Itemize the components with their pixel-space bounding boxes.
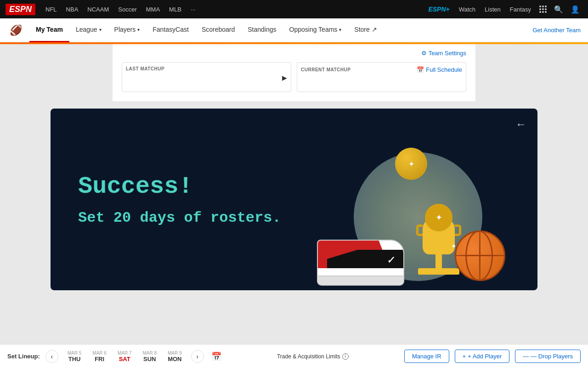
nav-soccer[interactable]: Soccer [113,0,141,18]
matchup-section: LAST MATCHUP ▶ CURRENT MATCHUP 📅 Full Sc… [122,62,466,92]
lineup-bar: Set Lineup: ‹ MAR 5 THU MAR 6 FRI MAR 7 … [0,344,588,368]
sec-nav-league[interactable]: League ▾ [69,18,108,42]
sneaker-body: ✓ [317,240,404,286]
basketball-curve [465,230,493,281]
sec-nav-my-team[interactable]: My Team [29,18,69,42]
nav-mlb[interactable]: MLB [164,0,186,18]
chevron-down-icon: ▾ [99,27,102,32]
success-illustration: ✓ [308,134,519,290]
lineup-date-thu[interactable]: MAR 5 THU [64,350,85,363]
swoosh-icon: ✓ [386,254,395,265]
date-day-sun: SUN [143,356,156,362]
team-logo-icon: 🏈 [7,22,24,39]
lineup-date-sat[interactable]: MAR 7 SAT [114,350,136,363]
espn-plus[interactable]: ESPN+ [428,6,449,13]
listen-link[interactable]: Listen [481,6,504,13]
lineup-prev-button[interactable]: ‹ [45,350,58,363]
chevron-down-icon: ▾ [339,27,341,32]
full-schedule-link[interactable]: 📅 Full Schedule [417,66,462,73]
manage-ir-button[interactable]: Manage IR [404,350,449,363]
nav-nba[interactable]: NBA [62,0,83,18]
plus-icon: + [463,353,466,360]
team-settings-link[interactable]: ⚙ Team Settings [421,50,466,57]
sec-nav-players[interactable]: Players ▾ [108,18,147,42]
top-nav: ESPN NFL NBA NCAAM Soccer MMA MLB ··· ES… [0,0,588,18]
success-title: Success! [78,173,281,200]
sec-nav-store[interactable]: Store ↗ [348,18,383,42]
lineup-date-fri[interactable]: MAR 6 FRI [89,350,110,363]
date-month-thu: MAR 5 [68,351,82,356]
team-card: ⚙ Team Settings LAST MATCHUP ▶ CURRENT M… [113,44,475,101]
info-icon[interactable]: i [342,353,349,360]
small-trophy-ball [395,148,427,180]
sneaker-illustration: ✓ [317,221,404,286]
lineup-nav: ‹ [45,350,58,363]
top-nav-right: ESPN+ Watch Listen Fantasy 🔍 👤 [428,5,582,14]
current-matchup-box: CURRENT MATCHUP 📅 Full Schedule [297,62,466,92]
lineup-bar-center: Trade & Acquisition Limits i [227,353,399,360]
last-matchup-box: LAST MATCHUP ▶ [122,62,291,92]
page-wrapper: ESPN NFL NBA NCAAM Soccer MMA MLB ··· ES… [0,0,588,325]
success-banner: Success! Set 20 days of rosters. ← [51,109,537,290]
date-month-mon: MAR 9 [168,351,182,356]
lineup-next-button[interactable]: › [191,350,204,363]
success-subtitle: Set 20 days of rosters. [78,209,281,226]
fantasy-link[interactable]: Fantasy [506,6,535,13]
calendar-picker-icon[interactable]: 📅 [211,351,221,362]
nav-more[interactable]: ··· [186,0,200,18]
drop-players-button[interactable]: — — Drop Players [515,350,581,363]
lineup-dates: MAR 5 THU MAR 6 FRI MAR 7 SAT MAR 8 SUN … [64,350,186,363]
nav-mma[interactable]: MMA [141,0,164,18]
date-day-sat: SAT [119,356,130,362]
date-day-fri: FRI [95,356,104,362]
add-player-button[interactable]: + + Add Player [455,350,510,363]
chevron-down-icon: ▾ [137,27,140,32]
sec-nav-fantasycast[interactable]: FantasyCast [146,18,195,42]
trophy-handle-left [416,224,423,236]
trophy-base [418,268,459,275]
success-text-area: Success! Set 20 days of rosters. [78,173,281,226]
calendar-icon: 📅 [417,66,424,73]
trade-limits: Trade & Acquisition Limits i [277,353,349,360]
nav-nfl[interactable]: NFL [41,0,62,18]
lineup-date-mon[interactable]: MAR 9 MON [164,350,186,363]
trophy-stem [435,254,442,268]
set-lineup-label: Set Lineup: [7,353,40,360]
sec-nav-scoreboard[interactable]: Scoreboard [195,18,241,42]
current-matchup-label: CURRENT MATCHUP [301,67,351,72]
date-month-sat: MAR 7 [118,351,132,356]
nav-ncaam[interactable]: NCAAM [83,0,113,18]
sec-nav-standings[interactable]: Standings [241,18,283,42]
lineup-nav-right: › [191,350,204,363]
matchup-arrow: ▶ [126,74,287,81]
trophy-cup [423,218,455,254]
user-icon[interactable]: 👤 [568,5,582,14]
secondary-nav: 🏈 My Team League ▾ Players ▾ FantasyCast… [0,18,588,42]
date-day-mon: MON [168,356,181,362]
gear-icon: ⚙ [421,50,427,57]
trophy-handle-right [455,224,461,236]
date-month-sun: MAR 8 [142,351,157,356]
top-nav-links: NFL NBA NCAAM Soccer MMA MLB ··· [41,0,426,18]
sec-nav-links: My Team League ▾ Players ▾ FantasyCast S… [29,18,384,42]
trophy-handles [416,222,461,241]
sec-nav-opposing-teams[interactable]: Opposing Teams ▾ [283,18,348,42]
back-arrow-button[interactable]: ← [515,118,526,131]
get-another-team-link[interactable]: Get Another Team [532,27,581,34]
trophy-illustration [418,218,459,276]
espn-logo[interactable]: ESPN [6,4,35,15]
minus-icon: — [523,353,529,360]
grid-icon[interactable] [539,6,547,13]
main-content: ⚙ Team Settings LAST MATCHUP ▶ CURRENT M… [0,44,588,290]
date-day-thu: THU [68,356,81,362]
sneaker-sole [318,276,403,285]
last-matchup-label: LAST MATCHUP [126,66,287,71]
watch-link[interactable]: Watch [455,6,479,13]
lineup-date-sun[interactable]: MAR 8 SUN [139,350,160,363]
date-month-fri: MAR 6 [92,351,107,356]
basketball-illustration [455,230,505,281]
team-settings-row: ⚙ Team Settings [122,50,466,57]
search-icon[interactable]: 🔍 [551,5,566,14]
